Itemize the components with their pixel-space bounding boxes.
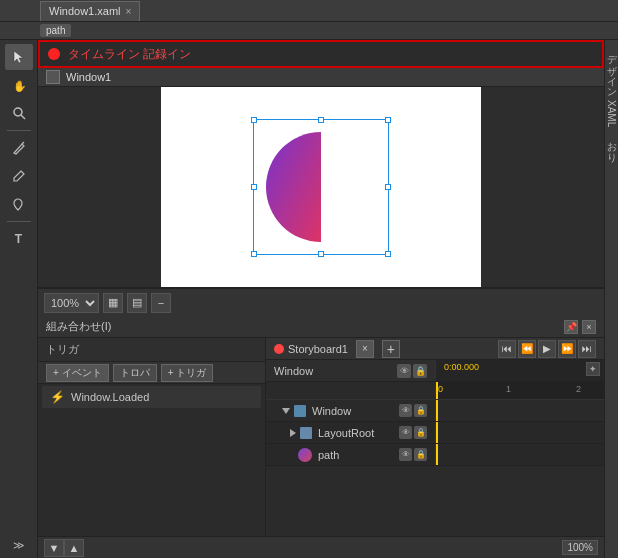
cursor-icon — [12, 50, 26, 64]
tl-window-expand-label: Window 👁 🔒 — [266, 400, 436, 421]
pen-tool-btn[interactable] — [5, 135, 33, 161]
tl-window-expand-row: Window 👁 🔒 — [266, 400, 604, 422]
tab-bar: Window1.xaml × — [0, 0, 618, 22]
tl-layoutroot-row: LayoutRoot 👁 🔒 — [266, 422, 604, 444]
eye-btn-window[interactable]: 👁 — [397, 364, 411, 378]
footer-down-btn[interactable]: ▼ — [44, 539, 64, 557]
lightning-icon: ⚡ — [50, 390, 65, 404]
record-indicator — [48, 48, 60, 60]
add-event-label: + イベント — [53, 366, 102, 380]
hand-icon: ✋ — [12, 78, 26, 92]
tl-layoutroot-label: LayoutRoot 👁 🔒 — [266, 422, 436, 443]
lock-btn-window[interactable]: 🔒 — [413, 364, 427, 378]
trigger-section-label: トリガ — [46, 343, 79, 355]
bottom-footer: ▼ ▲ 100% — [38, 536, 604, 558]
xaml-tab-btn[interactable]: XAML — [605, 96, 618, 131]
zoom-tool-btn[interactable] — [5, 100, 33, 126]
svg-marker-0 — [14, 51, 23, 63]
layoutroot-icon — [300, 427, 312, 439]
brush-tool-btn[interactable] — [5, 163, 33, 189]
toolbar-divider-2 — [7, 221, 31, 222]
svg-line-3 — [21, 115, 25, 119]
storyboard-dot — [274, 344, 284, 354]
text-tool-btn[interactable]: T — [5, 226, 33, 252]
zoom-icon — [12, 106, 26, 120]
window-icon-small — [46, 70, 60, 84]
trigger-panel-toolbar: + イベント トロパ + トリガ — [38, 362, 265, 384]
playhead-path — [436, 444, 438, 465]
panel-pin-btn[interactable]: 📌 — [564, 320, 578, 334]
tab-close-btn[interactable]: × — [126, 6, 132, 17]
expand-icon-window[interactable] — [282, 408, 290, 414]
file-tab[interactable]: Window1.xaml × — [40, 1, 140, 21]
add-keyframe-btn[interactable]: ✦ — [586, 362, 600, 376]
footer-up-btn[interactable]: ▲ — [64, 539, 84, 557]
add-trigger-btn[interactable]: + トリガ — [161, 364, 214, 382]
tl-layoutroot-text: LayoutRoot — [318, 427, 374, 439]
breadcrumb-path: path — [40, 24, 71, 37]
more-tools-btn[interactable]: ≫ — [5, 532, 33, 558]
lock-btn-path[interactable]: 🔒 — [414, 448, 427, 461]
expand-icon-layoutroot[interactable] — [290, 429, 296, 437]
zoom-select[interactable]: 100% 75% 150% 200% — [44, 293, 99, 313]
more-icon: ≫ — [13, 539, 25, 552]
trigger-panel: トリガ + イベント トロパ + トリガ ⚡ — [38, 338, 266, 536]
tl-path-text: path — [318, 449, 339, 461]
bottom-panel-header: 組み合わせ(I) 📌 × — [38, 316, 604, 338]
path-shape-container[interactable] — [256, 122, 386, 252]
go-start-btn[interactable]: ⏮ — [498, 340, 516, 358]
ruler-mark-1: 1 — [506, 384, 511, 394]
eye-btn-window2[interactable]: 👁 — [399, 404, 412, 417]
play-btn[interactable]: ▶ — [538, 340, 556, 358]
svg-line-4 — [22, 142, 24, 144]
lock-btn-window2[interactable]: 🔒 — [414, 404, 427, 417]
eye-btn-path[interactable]: 👁 — [399, 448, 412, 461]
time-playhead[interactable] — [436, 382, 438, 399]
window-shape-icon — [294, 405, 306, 417]
timeline-bar-text: タイムライン 記録イン — [68, 46, 191, 63]
grid-view-btn-1[interactable]: ▦ — [103, 293, 123, 313]
paint-tool-btn[interactable] — [5, 191, 33, 217]
timeline-recording-bar: タイムライン 記録イン — [38, 40, 604, 68]
grid-view-btn-2[interactable]: ▤ — [127, 293, 147, 313]
property-label: トロパ — [120, 366, 150, 380]
trigger-item-label: Window.Loaded — [71, 391, 149, 403]
panel-close-btn[interactable]: × — [582, 320, 596, 334]
lock-btn-lr[interactable]: 🔒 — [414, 426, 427, 439]
playhead-window — [436, 400, 438, 421]
toolbar-divider-1 — [7, 130, 31, 131]
pen-icon — [12, 141, 26, 155]
path-shape-icon — [298, 448, 312, 462]
storyboard-close-btn[interactable]: × — [356, 340, 374, 358]
playhead-lr — [436, 422, 438, 443]
brush-icon — [12, 169, 26, 183]
eye-btn-lr[interactable]: 👁 — [399, 426, 412, 439]
step-back-btn[interactable]: ⏪ — [518, 340, 536, 358]
trigger-list-item[interactable]: ⚡ Window.Loaded — [42, 386, 261, 408]
timeline-panel: Storyboard1 × + ⏮ ⏪ ▶ ⏩ ⏭ — [266, 338, 604, 536]
hand-tool-btn[interactable]: ✋ — [5, 72, 33, 98]
zoom-minus-btn[interactable]: − — [151, 293, 171, 313]
canvas-header: Window1 — [38, 68, 604, 87]
storyboard-name: Storyboard1 — [288, 343, 348, 355]
svg-rect-5 — [321, 132, 376, 187]
ruler-mark-2: 2 — [576, 384, 581, 394]
add-trigger-label: + トリガ — [168, 366, 207, 380]
footer-zoom-display: 100% — [562, 540, 598, 555]
left-toolbar: ✋ T ≫ — [0, 40, 38, 558]
property-btn[interactable]: トロパ — [113, 364, 157, 382]
step-fwd-btn[interactable]: ⏩ — [558, 340, 576, 358]
canvas-viewport[interactable] — [38, 87, 604, 287]
paint-icon — [12, 197, 26, 211]
artboard — [161, 87, 481, 287]
design-tab-btn[interactable]: デザイン — [604, 44, 619, 96]
select-tool-btn[interactable] — [5, 44, 33, 70]
timeline-panel-header: Storyboard1 × + ⏮ ⏪ ▶ ⏩ ⏭ — [266, 338, 604, 360]
path-shape-svg — [256, 122, 386, 252]
add-storyboard-btn[interactable]: + — [382, 340, 400, 358]
tab-label: Window1.xaml — [49, 5, 121, 17]
go-end-btn[interactable]: ⏭ — [578, 340, 596, 358]
add-event-btn[interactable]: + イベント — [46, 364, 109, 382]
time-display: 0:00.000 — [444, 362, 479, 372]
fold-tab-btn[interactable]: おり — [604, 131, 619, 161]
